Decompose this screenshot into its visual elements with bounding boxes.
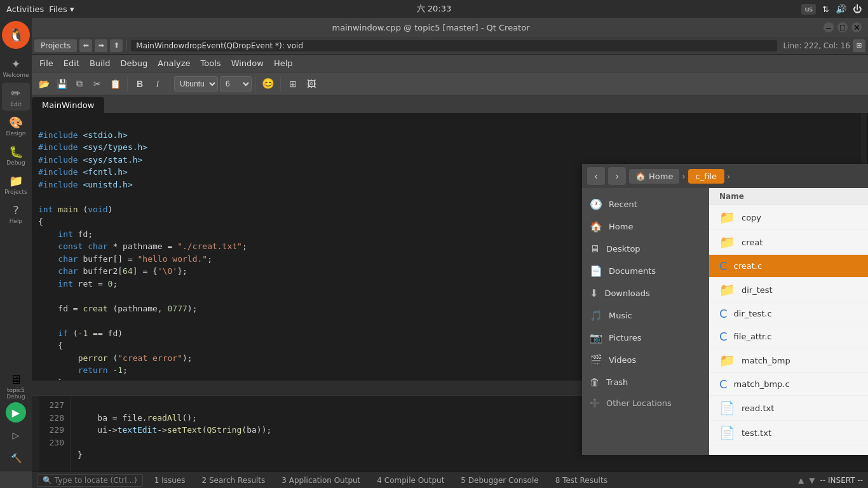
fm-sidebar-trash[interactable]: 🗑 Trash bbox=[582, 371, 709, 393]
file-item-copy[interactable]: 📁 copy bbox=[709, 205, 868, 230]
documents-icon: 📄 bbox=[590, 265, 602, 277]
menu-tools[interactable]: Tools bbox=[196, 57, 226, 70]
fm-sidebar-pictures[interactable]: 📷 Pictures bbox=[582, 327, 709, 349]
fm-sidebar-desktop[interactable]: 🖥 Desktop bbox=[582, 238, 709, 260]
menu-help[interactable]: Help bbox=[269, 57, 298, 70]
line-229: 229 bbox=[39, 424, 64, 437]
fm-sidebar-other-locations[interactable]: ➕ Other Locations bbox=[582, 393, 709, 413]
file-item-test-txt[interactable]: 📄 test.txt bbox=[709, 421, 868, 445]
file-item-dir-test-c[interactable]: C dir_test.c bbox=[709, 302, 868, 325]
title-bar: mainwindow.cpp @ topic5 [master] - Qt Cr… bbox=[32, 18, 868, 37]
menu-debug[interactable]: Debug bbox=[116, 57, 153, 70]
font-size-select[interactable]: 6 bbox=[220, 76, 252, 92]
status-tab-test[interactable]: 8 Test Results bbox=[550, 475, 613, 486]
device-item: 🖥 topic5 Debug bbox=[6, 372, 25, 400]
home-icon: 🏠 bbox=[635, 172, 646, 181]
toolbar-btn-3[interactable]: ⬆ bbox=[110, 39, 123, 52]
toolbar-sep-2 bbox=[170, 77, 170, 91]
sidebar-item-projects[interactable]: 📁 Projects bbox=[2, 170, 30, 198]
run-debug-button[interactable]: ▷ bbox=[6, 425, 26, 445]
c-file-icon: C bbox=[719, 307, 728, 320]
table-btn[interactable]: ⊞ bbox=[285, 76, 301, 92]
toolbar-btn-1[interactable]: ⬅ bbox=[79, 39, 92, 52]
fm-sidebar: 🕐 Recent 🏠 Home 🖥 Desktop 📄 Documents bbox=[582, 188, 709, 455]
toolbar-sep-4 bbox=[280, 77, 281, 91]
status-tab-search[interactable]: 2 Search Results bbox=[197, 475, 271, 486]
minimize-button[interactable]: – bbox=[824, 22, 834, 32]
fm-sidebar-home[interactable]: 🏠 Home bbox=[582, 215, 709, 238]
fm-home-breadcrumb[interactable]: 🏠 Home bbox=[629, 169, 679, 184]
edit-toolbar: 📂 💾 ⧉ ✂ 📋 B I Ubuntu 6 😊 ⊞ 🖼 bbox=[32, 72, 868, 95]
smiley-btn[interactable]: 😊 bbox=[260, 76, 276, 92]
sidebar-item-edit[interactable]: ✏ Edit bbox=[2, 83, 30, 111]
c-file-icon: C bbox=[719, 259, 728, 273]
fm-sidebar-documents[interactable]: 📄 Documents bbox=[582, 260, 709, 282]
file-item-file-attr-c[interactable]: C file_attr.c bbox=[709, 325, 868, 348]
power-icon[interactable]: ⏻ bbox=[853, 4, 862, 14]
file-item-read-txt[interactable]: 📄 read.txt bbox=[709, 396, 868, 421]
help-icon: ? bbox=[13, 203, 19, 217]
breadcrumb-arrow-2: › bbox=[727, 172, 730, 181]
close-button[interactable]: ✕ bbox=[851, 22, 862, 32]
fm-back-button[interactable]: ‹ bbox=[587, 167, 605, 185]
toolbar-btn-2[interactable]: ➡ bbox=[95, 39, 107, 52]
copy-all-btn[interactable]: ⧉ bbox=[71, 76, 88, 92]
file-item-creat-c[interactable]: C creat.c bbox=[709, 255, 868, 278]
cut-btn[interactable]: ✂ bbox=[89, 76, 105, 92]
activities-label[interactable]: Activities bbox=[6, 4, 44, 14]
scroll-up-btn[interactable]: ▲ bbox=[798, 476, 804, 485]
files-menu[interactable]: Files ▾ bbox=[49, 4, 74, 14]
menu-file[interactable]: File bbox=[34, 57, 58, 70]
status-search-input[interactable]: 🔍 Type to locate (Ctrl...) bbox=[37, 474, 143, 487]
status-tab-compile[interactable]: 4 Compile Output bbox=[372, 475, 449, 486]
file-item-match-bmp[interactable]: 📁 match_bmp bbox=[709, 348, 868, 373]
image-btn[interactable]: 🖼 bbox=[303, 76, 320, 92]
fm-filelist-header: Name bbox=[709, 188, 868, 205]
font-family-select[interactable]: Ubuntu bbox=[174, 76, 218, 92]
run-button[interactable]: ▶ bbox=[6, 402, 26, 423]
save-btn[interactable]: 💾 bbox=[53, 76, 70, 92]
fm-current-folder-breadcrumb[interactable]: c_file bbox=[688, 169, 724, 184]
menu-edit[interactable]: Edit bbox=[58, 57, 85, 70]
sidebar-item-help[interactable]: ? Help bbox=[2, 200, 30, 227]
sidebar-item-design[interactable]: 🎨 Design bbox=[2, 112, 30, 140]
status-tab-issues[interactable]: 1 Issues bbox=[149, 475, 191, 486]
projects-tab[interactable]: Projects bbox=[34, 39, 77, 52]
menu-analyze[interactable]: Analyze bbox=[153, 57, 195, 70]
open-folder-btn[interactable]: 📂 bbox=[36, 76, 52, 92]
menu-bar: File Edit Build Debug Analyze Tools Wind… bbox=[32, 55, 868, 72]
horizontal-scrollbar[interactable] bbox=[32, 396, 39, 471]
fm-forward-button[interactable]: › bbox=[608, 167, 626, 185]
maximize-button[interactable]: □ bbox=[837, 22, 848, 32]
bold-btn[interactable]: B bbox=[132, 76, 148, 92]
toolbar-separator-1 bbox=[126, 40, 127, 51]
build-button[interactable]: 🔨 bbox=[6, 448, 26, 468]
main-window-tab[interactable]: MainWindow bbox=[32, 97, 104, 113]
debug-icon: 🐛 bbox=[9, 145, 23, 158]
fm-sidebar-videos[interactable]: 🎬 Videos bbox=[582, 349, 709, 371]
italic-btn[interactable]: I bbox=[149, 76, 166, 92]
file-item-dir-test[interactable]: 📁 dir_test bbox=[709, 278, 868, 302]
left-sidebar: 🐧 ✦ Welcome ✏ Edit 🎨 Design 🐛 Debug 📁 Pr… bbox=[0, 18, 32, 471]
fm-sidebar-downloads[interactable]: ⬇ Downloads bbox=[582, 282, 709, 304]
file-item-match-bmp-c[interactable]: C match_bmp.c bbox=[709, 373, 868, 396]
sidebar-item-welcome[interactable]: ✦ Welcome bbox=[2, 53, 30, 81]
other-locations-icon: ➕ bbox=[590, 398, 600, 408]
paste-btn[interactable]: 📋 bbox=[107, 76, 123, 92]
sidebar-item-debug[interactable]: 🐛 Debug bbox=[2, 141, 30, 169]
scroll-down-btn[interactable]: ▼ bbox=[809, 476, 815, 485]
fm-sidebar-recent[interactable]: 🕐 Recent bbox=[582, 193, 709, 215]
status-tab-debugger[interactable]: 5 Debugger Console bbox=[456, 475, 543, 486]
toolbar-sep-1 bbox=[127, 77, 128, 91]
folder-icon: 📁 bbox=[719, 210, 735, 225]
fm-file-list: Name 📁 copy 📁 creat C creat.c 📁 bbox=[709, 188, 868, 455]
edit-icon: ✏ bbox=[11, 86, 20, 100]
status-tab-app-output[interactable]: 3 Application Output bbox=[276, 475, 365, 486]
menu-window[interactable]: Window bbox=[226, 57, 269, 70]
menu-build[interactable]: Build bbox=[85, 57, 116, 70]
app-logo[interactable]: 🐧 bbox=[2, 21, 30, 49]
line-227: 227 bbox=[39, 399, 64, 412]
file-item-creat[interactable]: 📁 creat bbox=[709, 230, 868, 255]
fm-sidebar-music[interactable]: 🎵 Music bbox=[582, 304, 709, 327]
editor-symbol-btn[interactable]: ⊞ bbox=[853, 39, 865, 52]
